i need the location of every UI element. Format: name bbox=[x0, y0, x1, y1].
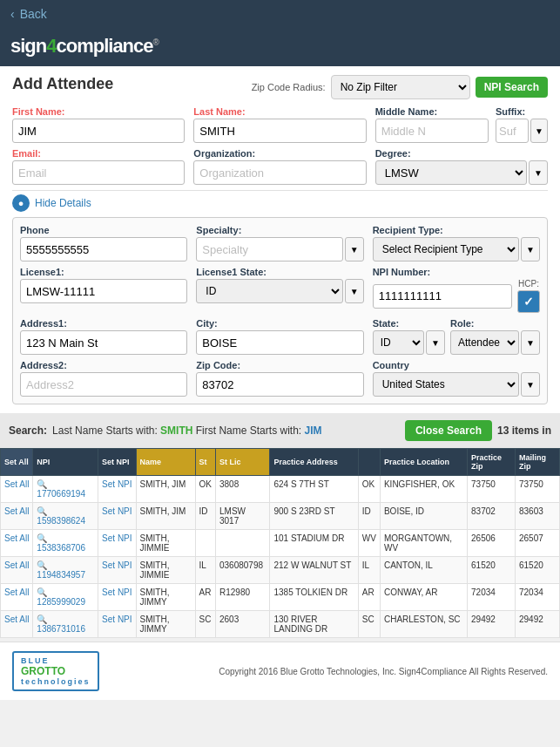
footer: BLUE GROTTO technologies Copyright 2016 … bbox=[0, 642, 560, 700]
specialty-dropdown-button[interactable]: ▼ bbox=[345, 237, 364, 261]
cell-set-npi[interactable]: Set NPI bbox=[98, 503, 136, 530]
cell-st: OK bbox=[195, 476, 215, 503]
city-input[interactable] bbox=[196, 330, 363, 355]
hcp-section: HCP: ✓ bbox=[517, 279, 540, 313]
zip-section: Zip Code Radius: No Zip Filter NPI Searc… bbox=[252, 75, 548, 99]
cell-mailing-zip: 83603 bbox=[515, 503, 559, 530]
footer-copyright: Copyright 2016 Blue Grotto Technologies,… bbox=[219, 667, 548, 676]
zip-code-label: Zip Code: bbox=[196, 360, 363, 370]
cell-set-all[interactable]: Set All bbox=[1, 557, 33, 584]
cell-st-lic bbox=[216, 530, 270, 557]
back-arrow-icon: ‹ bbox=[10, 7, 15, 21]
middle-name-label: Middle Name: bbox=[375, 106, 489, 117]
suffix-dropdown-button[interactable]: ▼ bbox=[530, 119, 548, 143]
role-select[interactable]: Attendee bbox=[450, 330, 519, 355]
cell-name: SMITH, JIMMIE bbox=[136, 557, 195, 584]
state-select[interactable]: ID bbox=[373, 330, 424, 355]
cell-npi[interactable]: 🔍 1285999029 bbox=[33, 584, 98, 611]
role-label: Role: bbox=[450, 318, 540, 329]
npi-search-button[interactable]: NPI Search bbox=[476, 77, 548, 98]
logo-line2: GROTTO bbox=[21, 665, 91, 677]
back-button[interactable]: Back bbox=[20, 7, 47, 21]
cell-set-npi[interactable]: Set NPI bbox=[98, 611, 136, 638]
col-practice-address: Practice Address bbox=[270, 449, 358, 476]
cell-set-all[interactable]: Set All bbox=[1, 530, 33, 557]
cell-set-npi[interactable]: Set NPI bbox=[98, 530, 136, 557]
top-row: Add Attendee Zip Code Radius: No Zip Fil… bbox=[12, 75, 548, 99]
organization-group: Organization: bbox=[193, 148, 366, 185]
zip-code-radius-select[interactable]: No Zip Filter bbox=[331, 75, 470, 99]
cell-set-all[interactable]: Set All bbox=[1, 503, 33, 530]
npi-number-input[interactable] bbox=[373, 284, 512, 309]
address2-input[interactable] bbox=[20, 372, 187, 397]
degree-dropdown-button[interactable]: ▼ bbox=[529, 160, 548, 185]
city-group: City: bbox=[196, 318, 363, 355]
close-search-button[interactable]: Close Search bbox=[405, 420, 492, 441]
phone-input[interactable] bbox=[20, 237, 187, 261]
phone-label: Phone bbox=[20, 225, 187, 235]
cell-mailing-zip: 73750 bbox=[515, 476, 559, 503]
cell-set-npi[interactable]: Set NPI bbox=[98, 584, 136, 611]
recipient-type-select[interactable]: Select Recipient Type bbox=[373, 237, 519, 261]
cell-set-all[interactable]: Set All bbox=[1, 476, 33, 503]
cell-practice-address: 1385 TOLKIEN DR bbox=[270, 584, 358, 611]
cell-npi[interactable]: 🔍 1386731016 bbox=[33, 611, 98, 638]
email-input[interactable] bbox=[12, 160, 185, 185]
license1-state-label: License1 State: bbox=[196, 267, 363, 277]
cell-practice-address: 130 RIVER LANDING DR bbox=[270, 611, 358, 638]
role-dropdown-button[interactable]: ▼ bbox=[521, 330, 540, 355]
state-label: State: bbox=[373, 318, 445, 329]
cell-st-lic: LMSW 3017 bbox=[216, 503, 270, 530]
cell-state2: AR bbox=[358, 584, 380, 611]
results-table: Set All NPI Set NPI Name St St Lic Pract… bbox=[0, 448, 560, 638]
recipient-type-dropdown-button[interactable]: ▼ bbox=[521, 237, 540, 261]
state-dropdown-button[interactable]: ▼ bbox=[426, 330, 445, 355]
hcp-checkbox[interactable]: ✓ bbox=[517, 290, 540, 313]
middle-name-input[interactable] bbox=[375, 119, 489, 143]
cell-st: SC bbox=[195, 611, 215, 638]
zip-code-input[interactable] bbox=[196, 372, 363, 397]
specialty-input[interactable] bbox=[196, 237, 342, 261]
country-dropdown-button[interactable]: ▼ bbox=[521, 372, 540, 397]
cell-set-all[interactable]: Set All bbox=[1, 584, 33, 611]
suffix-input[interactable] bbox=[496, 119, 529, 143]
license1-group: License1: bbox=[20, 267, 187, 313]
items-count: 13 items in bbox=[497, 424, 551, 437]
address1-input[interactable] bbox=[20, 330, 187, 355]
details-section: Phone Specialty: ▼ Recipient Type: Selec… bbox=[12, 217, 548, 404]
license1-state-dropdown-button[interactable]: ▼ bbox=[345, 279, 364, 303]
col-st-lic: St Lic bbox=[216, 449, 270, 476]
license1-state-select[interactable]: ID bbox=[196, 279, 342, 303]
country-select[interactable]: United States bbox=[373, 372, 519, 397]
cell-name: SMITH, JIM bbox=[136, 503, 195, 530]
last-name-input[interactable] bbox=[193, 119, 366, 143]
col-name: Name bbox=[136, 449, 195, 476]
city-label: City: bbox=[196, 318, 363, 329]
cell-name: SMITH, JIMMY bbox=[136, 584, 195, 611]
table-row: Set All 🔍 1598398624 Set NPI SMITH, JIM … bbox=[1, 503, 560, 530]
phone-group: Phone bbox=[20, 225, 187, 261]
country-label: Country bbox=[373, 360, 540, 370]
hide-details-row: ● Hide Details bbox=[12, 190, 548, 217]
cell-practice-address: 624 S 7TH ST bbox=[270, 476, 358, 503]
col-practice-location: Practice Location bbox=[380, 449, 467, 476]
cell-npi[interactable]: 🔍 1598398624 bbox=[33, 503, 98, 530]
details-row1: Phone Specialty: ▼ Recipient Type: Selec… bbox=[20, 225, 540, 261]
app-logo: sign4compliance® bbox=[10, 35, 159, 57]
organization-input[interactable] bbox=[193, 160, 366, 185]
cell-npi[interactable]: 🔍 1770669194 bbox=[33, 476, 98, 503]
cell-npi[interactable]: 🔍 1194834957 bbox=[33, 557, 98, 584]
cell-set-all[interactable]: Set All bbox=[1, 611, 33, 638]
cell-set-npi[interactable]: Set NPI bbox=[98, 476, 136, 503]
email-group: Email: bbox=[12, 148, 185, 185]
cell-set-npi[interactable]: Set NPI bbox=[98, 557, 136, 584]
specialty-label: Specialty: bbox=[196, 225, 363, 235]
degree-select[interactable]: LMSW bbox=[375, 160, 527, 185]
first-name-input[interactable] bbox=[12, 119, 185, 143]
col-state2 bbox=[358, 449, 380, 476]
col-npi: NPI bbox=[33, 449, 98, 476]
license1-input[interactable] bbox=[20, 279, 187, 303]
cell-npi[interactable]: 🔍 1538368706 bbox=[33, 530, 98, 557]
page-title: Add Attendee bbox=[12, 75, 113, 93]
hide-details-button[interactable]: Hide Details bbox=[35, 197, 91, 209]
